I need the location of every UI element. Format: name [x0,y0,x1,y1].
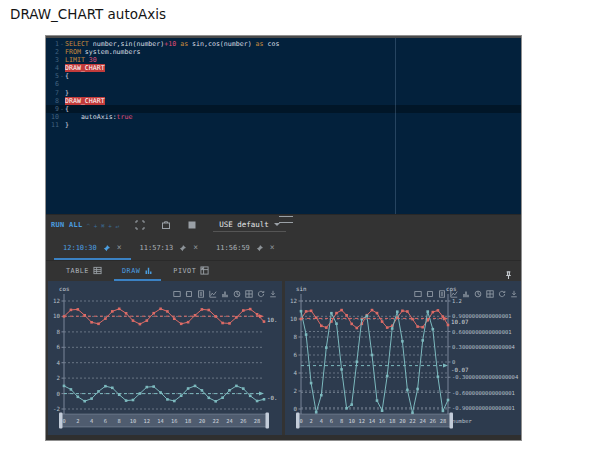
code-token: DRAW_CHART [65,64,105,72]
download-icon[interactable] [269,283,277,302]
svg-text:10: 10 [53,313,60,319]
svg-text:-0.07: -0.07 [451,367,469,373]
svg-text:10.: 10. [267,317,277,323]
code-line[interactable]: 5-{ [46,72,521,80]
markline-10.07: 10.07 [301,316,469,325]
code-line[interactable]: 1-SELECT number,sin(number)+10 as sin,co… [46,40,521,48]
code-token: } [65,121,69,129]
chart-panel-2: 121086420sin1.20.90000000000000010.60000… [285,281,522,435]
svg-text:14: 14 [369,418,376,424]
sql-editor[interactable]: 1-SELECT number,sin(number)+10 as sin,co… [46,38,521,214]
y-axis-left: 121086420sin [290,286,306,414]
chart-canvas[interactable]: 121086420sin1.20.90000000000000010.60000… [285,281,522,435]
code-line[interactable]: 2FROM system.numbers [46,48,521,56]
data-view-icon[interactable] [197,283,205,302]
zoom-reset-icon[interactable] [185,283,193,302]
zoom-reset-icon[interactable] [426,283,434,302]
run-all-button[interactable]: RUN ALL [51,221,83,229]
datazoom-slider[interactable]: 0246810121416182022242628 [59,413,269,429]
close-icon[interactable]: × [193,243,198,252]
restore-icon[interactable] [498,283,506,302]
use-database-label: USE default [219,220,269,229]
code-line[interactable]: 6 [46,80,521,88]
code-line[interactable]: 4DRAW_CHART [46,64,521,72]
line-chart-icon[interactable] [450,283,458,302]
slider-handle-right[interactable] [266,413,270,429]
code-line[interactable]: 7} [46,89,521,97]
svg-text:2: 2 [294,388,298,394]
table-icon [93,266,102,277]
pin-icon[interactable] [179,244,187,252]
slider-handle-right[interactable] [450,413,454,429]
chart-canvas[interactable]: 121086420-2cos10.-0.02468101214161820222… [48,281,282,435]
code-token: SELECT [65,40,93,48]
bag-button[interactable] [161,220,171,230]
view-tab-draw[interactable]: DRAW [112,261,163,281]
data-zoom-icon[interactable] [414,283,422,302]
svg-text:12: 12 [144,418,151,424]
query-tab[interactable]: 11:57:13× [131,235,208,260]
expand-button[interactable] [135,220,145,230]
data-view-icon[interactable] [438,283,446,302]
data-zoom-icon[interactable] [173,283,181,302]
data-view-icon [438,290,446,298]
code-line[interactable]: 10 autoAxis:true [46,113,521,121]
code-line[interactable]: 11} [46,121,521,129]
query-tab-label: 11:57:13 [140,244,174,252]
download-icon [269,290,277,298]
line-number: 1 [46,40,59,48]
svg-text:0.30000000000000004: 0.30000000000000004 [452,344,516,350]
view-tab-table[interactable]: TABLE [56,261,112,281]
line-number: 5 [46,72,59,80]
use-database-dropdown[interactable]: USE default [213,218,286,232]
code-token: } [65,89,69,97]
close-icon[interactable]: × [117,243,122,252]
query-tab[interactable]: 11:56:59× [207,235,284,260]
svg-text:-0.: -0. [267,395,277,401]
pie-chart-icon[interactable] [233,283,241,302]
code-line[interactable]: 9-{ [46,105,521,113]
view-tab-pivot[interactable]: PIVOT [163,261,219,281]
pie-chart-icon [474,290,482,298]
code-token: { [65,105,69,113]
svg-text:0: 0 [57,391,61,397]
svg-text:26: 26 [430,418,437,424]
bar-chart-icon [144,266,153,275]
svg-text:0: 0 [294,406,298,412]
code-line[interactable]: 8DRAW_CHART [46,97,521,105]
bar-chart-icon [221,290,229,298]
svg-text:6: 6 [104,418,107,424]
x-axis-name: number [452,418,473,424]
download-icon[interactable] [510,283,518,302]
code-token: FROM [65,48,85,56]
splitter-drag-handle-icon[interactable] [279,216,293,223]
view-tab-bar: TABLEDRAWPIVOT [46,261,521,281]
code-line[interactable]: 3LIMIT 30 [46,56,521,64]
code-token: +10 [164,40,176,48]
stop-button[interactable] [187,220,197,230]
code-token: { [65,72,69,80]
line-number: 9 [46,105,59,113]
grid-icon[interactable] [486,283,494,302]
svg-text:18: 18 [185,418,192,424]
pie-chart-icon[interactable] [474,283,482,302]
svg-text:10: 10 [348,418,355,424]
restore-icon[interactable] [257,283,265,302]
code-token: number,sin(number) [93,40,164,48]
grid-icon[interactable] [245,283,253,302]
bar-chart-icon[interactable] [221,283,229,302]
close-icon[interactable]: × [270,243,275,252]
line-chart-icon [450,290,458,298]
svg-text:0: 0 [62,418,65,424]
bar-chart-icon[interactable] [462,283,470,302]
data-zoom-icon [414,290,422,298]
line-chart-icon[interactable] [209,283,217,302]
page: DRAW_CHART autoAxis 1-SELECT number,sin(… [0,0,600,450]
svg-text:26: 26 [240,418,247,424]
svg-text:-0.9000000000000001: -0.9000000000000001 [452,405,515,411]
code-token: true [117,113,133,121]
pin-icon[interactable] [256,244,264,252]
pin-icon[interactable] [103,244,111,252]
datazoom-slider[interactable]: 0246810121416182022242628 [296,413,453,429]
query-tab[interactable]: 12:10:30× [54,235,131,260]
